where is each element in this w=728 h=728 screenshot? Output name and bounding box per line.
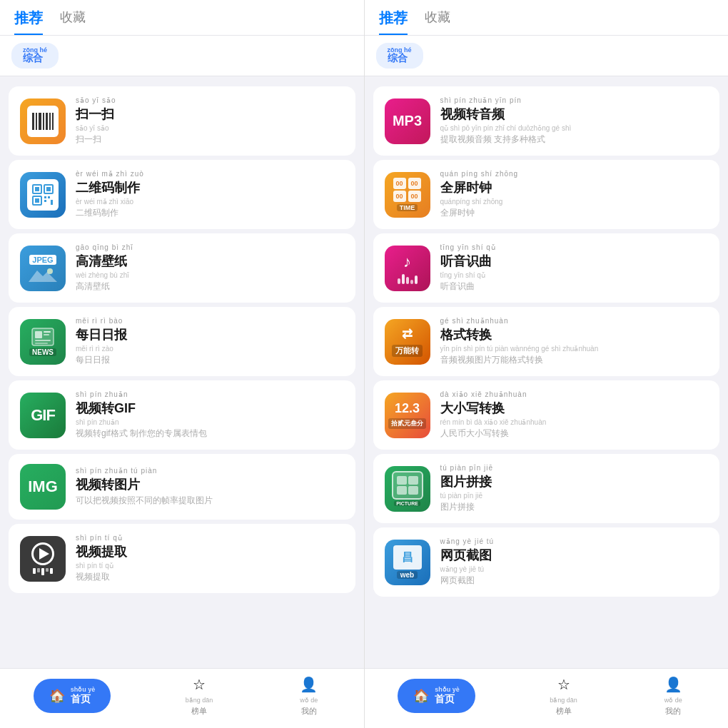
- app-info-vidimg: shì pín zhuǎn tú piàn 视频转图片 可以把视频按照不同的帧率…: [76, 467, 344, 507]
- app-icon-number: 12.3 拾贰元叁分: [385, 393, 430, 438]
- svg-rect-0: [32, 113, 34, 130]
- left-header: 推荐 收藏: [0, 0, 364, 36]
- svg-rect-27: [397, 486, 407, 495]
- svg-rect-24: [35, 343, 48, 344]
- app-info-number: dà xiǎo xiě zhuǎnhuàn 大小写转换 rén mín bì d…: [440, 390, 709, 440]
- app-pinyin-convert: gé shì zhuǎnhuàn: [440, 317, 709, 325]
- app-card-vidimg[interactable]: IMG shì pín zhuǎn tú piàn 视频转图片 可以把视频按照不…: [9, 454, 355, 520]
- right-list-icon: ☆: [554, 674, 574, 694]
- svg-rect-16: [51, 200, 53, 205]
- app-subpinyin-number: rén mín bì dà xiǎo xiě zhuǎnhuàn: [440, 418, 709, 426]
- barcode-svg: [30, 108, 56, 134]
- svg-rect-12: [35, 198, 39, 203]
- app-pinyin-qr: èr wéi mǎ zhì zuò: [76, 170, 344, 178]
- right-mine-item[interactable]: 👤 wǒ de 我的: [652, 674, 694, 717]
- svg-rect-23: [35, 340, 51, 341]
- app-info-mp3: shì pín zhuǎn yīn pín 视频转音频 qǔ shì pō yī…: [440, 96, 709, 146]
- mine-icon: 👤: [299, 674, 319, 694]
- app-desc-qr: 二维码制作: [76, 207, 344, 219]
- app-card-picture[interactable]: PICTURE tú piàn pīn jiē 图片拼接 tú piàn pīn…: [373, 454, 720, 523]
- app-info-scan: sǎo yī sǎo 扫一扫 sǎo yī sǎo 扫一扫: [76, 96, 344, 146]
- app-name-qr: 二维码制作: [76, 179, 344, 196]
- svg-marker-17: [29, 271, 57, 282]
- app-card-gif[interactable]: GIF shì pín zhuǎn 视频转GIF shì pín zhuǎn 视…: [9, 380, 355, 450]
- app-name-web: 网页截图: [440, 547, 709, 564]
- svg-rect-5: [49, 113, 51, 130]
- left-home-button[interactable]: 🏠 shǒu yè 首页: [34, 679, 111, 713]
- svg-rect-1: [36, 113, 37, 130]
- app-name-music: 听音识曲: [440, 253, 709, 270]
- right-panel: 推荐 收藏 zōng hé 综合 MP3 shì pín zhuǎn yīn p…: [365, 0, 729, 728]
- app-card-scan[interactable]: sǎo yī sǎo 扫一扫 sǎo yī sǎo 扫一扫: [9, 86, 355, 156]
- app-card-number[interactable]: 12.3 拾贰元叁分 dà xiǎo xiě zhuǎnhuàn 大小写转换 r…: [373, 380, 720, 450]
- app-name-vidextract: 视频提取: [76, 543, 344, 560]
- app-desc-news: 每日日报: [76, 354, 344, 366]
- app-info-qr: èr wéi mǎ zhì zuò 二维码制作 èr wéi mǎ zhì xi…: [76, 170, 344, 219]
- svg-rect-4: [46, 113, 48, 130]
- left-category-pill[interactable]: zōng hé 综合: [11, 43, 59, 69]
- app-card-mp3[interactable]: MP3 shì pín zhuǎn yīn pín 视频转音频 qǔ shì p…: [373, 86, 720, 156]
- right-tab-recommend[interactable]: 推荐: [379, 9, 408, 35]
- right-header: 推荐 收藏: [365, 0, 729, 36]
- svg-rect-3: [43, 113, 44, 130]
- right-tab-favorites[interactable]: 收藏: [425, 9, 450, 35]
- qr-svg: [30, 182, 56, 208]
- left-list-item[interactable]: ☆ bǎng dān 榜单: [178, 674, 221, 717]
- app-card-vidextract[interactable]: shì pín tí qǔ 视频提取 shì pín tí qǔ 视频提取: [9, 524, 355, 593]
- app-desc-vidextract: 视频提取: [76, 571, 344, 583]
- app-pinyin-web: wǎng yè jié tú: [440, 537, 709, 545]
- app-subpinyin-convert: yīn pín shì pín tú piàn wànnéng gé shì z…: [440, 345, 709, 353]
- svg-rect-10: [46, 187, 51, 191]
- home-icon: 🏠: [49, 688, 65, 704]
- left-tab-recommend[interactable]: 推荐: [14, 9, 43, 35]
- app-desc-wallpaper: 高清壁纸: [76, 280, 344, 293]
- app-info-vidextract: shì pín tí qǔ 视频提取 shì pín tí qǔ 视频提取: [76, 534, 344, 583]
- app-card-qr[interactable]: èr wéi mǎ zhì zuò 二维码制作 èr wéi mǎ zhì xi…: [9, 160, 355, 229]
- app-pinyin-gif: shì pín zhuǎn: [76, 390, 344, 398]
- app-icon-vidextract: [20, 536, 66, 582]
- right-category-pill[interactable]: zōng hé 综合: [376, 43, 423, 69]
- app-subpinyin-web: wǎng yè jiē tú: [440, 565, 709, 573]
- app-card-convert[interactable]: ⇄ 万能转 gé shì zhuǎnhuàn 格式转换 yīn pín shì …: [373, 307, 720, 376]
- app-card-music[interactable]: ♪ tīng yīn shí qǔ 听音识曲 tīng yīn shí qǔ 听…: [373, 233, 720, 303]
- mountain-svg: [29, 266, 57, 282]
- right-mine-icon: 👤: [663, 674, 683, 694]
- left-bottom-bar: 🏠 shǒu yè 首页 ☆ bǎng dān 榜单 👤 wǒ de 我的: [0, 668, 364, 728]
- app-name-vidimg: 视频转图片: [76, 476, 344, 493]
- svg-point-18: [47, 268, 53, 274]
- app-pinyin-picture: tú piàn pīn jiē: [440, 464, 709, 472]
- svg-rect-6: [52, 113, 54, 130]
- app-pinyin-vidimg: shì pín zhuǎn tú piàn: [76, 467, 344, 475]
- app-desc-convert: 音频视频图片万能格式转换: [440, 354, 709, 366]
- app-subpinyin-music: tīng yīn shí qǔ: [440, 271, 709, 279]
- right-home-button[interactable]: 🏠 shǒu yè 首页: [398, 679, 475, 713]
- app-icon-web: 昌 web: [385, 540, 430, 585]
- app-subpinyin-scan: sǎo yī sǎo: [76, 124, 344, 132]
- left-tab-favorites[interactable]: 收藏: [60, 9, 86, 35]
- svg-rect-13: [44, 196, 46, 198]
- app-icon-picture: PICTURE: [385, 466, 430, 512]
- app-info-picture: tú piàn pīn jiē 图片拼接 tú piàn pīn jiē 图片拼…: [440, 464, 709, 513]
- app-info-convert: gé shì zhuǎnhuàn 格式转换 yīn pín shì pín tú…: [440, 317, 709, 366]
- app-pinyin-wallpaper: gāo qīng bì zhǐ: [76, 243, 344, 251]
- svg-rect-21: [44, 331, 51, 333]
- left-category-bar: zōng hé 综合: [0, 36, 364, 76]
- app-pinyin-news: měi rì rì bào: [76, 317, 344, 325]
- app-card-clock[interactable]: 00 00 00 00 TIME quán píng shí zhōng 全屏时…: [373, 160, 720, 229]
- app-name-gif: 视频转GIF: [76, 400, 344, 417]
- app-info-wallpaper: gāo qīng bì zhǐ 高清壁纸 wèi zhèng bù zhǐ 高清…: [76, 243, 344, 293]
- app-name-convert: 格式转换: [440, 326, 709, 343]
- app-subpinyin-qr: èr wéi mǎ zhì xiāo: [76, 198, 344, 206]
- app-desc-number: 人民币大小写转换: [440, 428, 709, 440]
- app-card-web[interactable]: 昌 web wǎng yè jié tú 网页截图 wǎng yè jiē tú…: [373, 527, 720, 597]
- app-card-news[interactable]: NEWS měi rì rì bào 每日日报 měi rì rì zào 每日…: [9, 307, 355, 376]
- svg-rect-26: [408, 476, 418, 485]
- svg-rect-15: [44, 200, 46, 202]
- app-pinyin-scan: sǎo yī sǎo: [76, 96, 344, 104]
- app-card-wallpaper[interactable]: JPEG gāo qīng bì zhǐ 高清壁纸 wèi zhèng bù z…: [9, 233, 355, 303]
- list-icon: ☆: [189, 674, 209, 694]
- svg-rect-20: [35, 331, 42, 338]
- right-list-item[interactable]: ☆ bǎng dān 榜单: [542, 674, 585, 717]
- left-mine-item[interactable]: 👤 wǒ de 我的: [288, 674, 330, 717]
- right-home-icon: 🏠: [413, 688, 429, 704]
